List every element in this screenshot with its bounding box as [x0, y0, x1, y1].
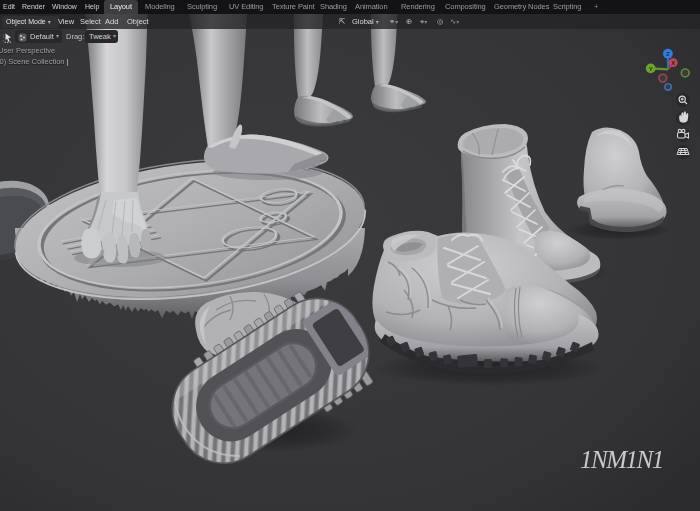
svg-text:Z: Z — [666, 50, 670, 57]
